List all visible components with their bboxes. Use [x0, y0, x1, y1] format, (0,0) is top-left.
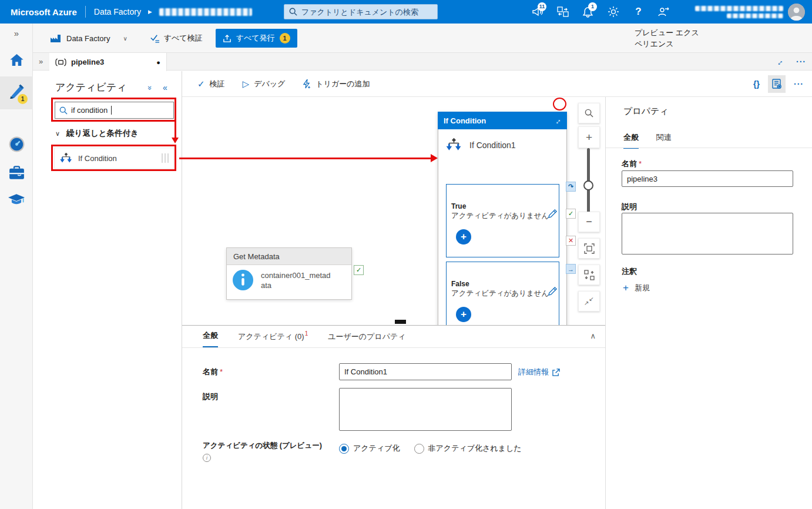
activities-search-input[interactable]: if condition: [55, 102, 174, 119]
tab-related[interactable]: 関連: [656, 132, 672, 149]
collapse-panel-icon[interactable]: ∧: [590, 331, 596, 340]
activity-state-radios: アクティブ化 非アクティブ化されました: [339, 443, 522, 454]
activity-name-input[interactable]: [339, 363, 512, 380]
open-activity-icon[interactable]: ↔: [552, 115, 563, 126]
panel-resize-handle[interactable]: [395, 320, 406, 324]
azure-brand[interactable]: Microsoft Azure: [11, 7, 77, 17]
success-connector-icon[interactable]: ✓: [566, 209, 576, 219]
add-activity-button[interactable]: +: [456, 229, 471, 245]
tab-user-properties[interactable]: ユーザーのプロパティ: [328, 331, 405, 347]
tab-error-badge: 1: [305, 330, 308, 337]
tab-activities[interactable]: アクティビティ (0)1: [238, 331, 308, 347]
nav-manage[interactable]: [0, 166, 33, 180]
fit-to-canvas-button[interactable]: [578, 238, 600, 259]
collapse-panel-icon[interactable]: «: [163, 83, 167, 92]
radio-activated[interactable]: アクティブ化: [339, 443, 400, 454]
settings-button[interactable]: [600, 0, 626, 24]
pipeline-description-textarea[interactable]: [622, 213, 793, 254]
activity-description-textarea[interactable]: [339, 388, 512, 431]
radio-deactivated-label: 非アクティブ化されました: [428, 443, 522, 454]
skipped-connector-icon[interactable]: ↷: [566, 182, 576, 192]
no-activities-text: アクティビティがありません: [451, 289, 550, 299]
question-icon: ?: [635, 6, 641, 18]
learn-more-label: 詳細情報: [518, 367, 549, 377]
add-trigger-button[interactable]: トリガーの追加: [303, 79, 370, 89]
tab-general[interactable]: 全般: [623, 132, 639, 149]
code-view-icon[interactable]: {}: [753, 79, 760, 89]
notifications-button[interactable]: 1: [575, 0, 600, 24]
pipeline-canvas[interactable]: Get Metadata container001_metadata ✓ If …: [182, 97, 605, 325]
add-activity-button[interactable]: +: [456, 307, 471, 322]
settings-notebook-icon[interactable]: [768, 75, 786, 93]
false-branch-container[interactable]: False アクティビティがありません +: [446, 262, 559, 325]
nav-home[interactable]: [0, 54, 33, 66]
gear-icon: [608, 6, 619, 18]
feedback-button[interactable]: [651, 0, 676, 24]
edit-pencil-icon[interactable]: [548, 209, 558, 219]
publish-all-label: すべて発行: [236, 33, 275, 43]
activity-name: If Condition1: [469, 140, 516, 150]
zoom-in-button[interactable]: +: [578, 126, 600, 148]
learn-more-link[interactable]: 詳細情報: [518, 367, 560, 377]
breadcrumb-factory-name-redacted[interactable]: [159, 8, 252, 16]
completion-connector-icon[interactable]: →: [566, 264, 576, 274]
tab-list-expander[interactable]: »: [39, 57, 43, 66]
canvas-search-button[interactable]: [578, 103, 600, 123]
announcements-button[interactable]: 11: [525, 0, 550, 24]
zoom-out-button[interactable]: −: [578, 212, 600, 232]
graduation-cap-icon: [8, 194, 25, 206]
description-label: 説明: [622, 202, 637, 212]
rail-expander[interactable]: »: [0, 28, 33, 38]
factory-selector-label[interactable]: Data Factory: [66, 34, 110, 43]
topbar-icon-group: 11 1 ?: [525, 0, 810, 24]
node-body: If Condition1 True アクティビティがありません + False…: [438, 129, 567, 325]
canvas-more-icon[interactable]: ···: [794, 79, 804, 89]
tab-pipeline3[interactable]: pipeline3 ●: [49, 53, 167, 71]
success-connector-icon[interactable]: ✓: [354, 265, 364, 275]
true-branch-container[interactable]: True アクティビティがありません +: [446, 184, 559, 257]
tab-more-icon[interactable]: ···: [796, 57, 806, 66]
chevron-down-icon[interactable]: ∨: [123, 35, 127, 42]
pipeline-name-input[interactable]: [622, 170, 793, 187]
validate-all-button[interactable]: すべて検証: [150, 33, 203, 43]
collapse-all-icon[interactable]: »: [146, 86, 155, 90]
debug-button[interactable]: ▷ デバッグ: [243, 79, 286, 89]
tab-general[interactable]: 全般: [203, 330, 218, 347]
directory-switch-button[interactable]: [550, 0, 575, 24]
publish-all-button[interactable]: すべて発行 1: [216, 29, 297, 48]
true-label: True: [451, 202, 559, 210]
radio-deactivated[interactable]: 非アクティブ化されました: [414, 443, 522, 454]
section-iteration-conditionals[interactable]: ∨ 繰り返しと条件付き: [55, 128, 139, 139]
drag-handle-icon[interactable]: [162, 153, 169, 163]
node-get-metadata[interactable]: Get Metadata container001_metadata: [226, 247, 352, 300]
account-tenant-redacted: [727, 14, 783, 18]
account-info[interactable]: [685, 6, 783, 18]
help-button[interactable]: ?: [626, 0, 651, 24]
editor-tab-row: » pipeline3 ● ↔ ···: [33, 53, 812, 71]
collapse-all-nodes-button[interactable]: ↙ ↗: [578, 291, 600, 312]
expand-editor-icon[interactable]: ↔: [773, 55, 785, 68]
avatar[interactable]: [788, 4, 805, 21]
search-icon: [59, 106, 68, 115]
nav-learning[interactable]: [0, 194, 33, 206]
validate-button[interactable]: ✓ 検証: [197, 79, 225, 89]
edit-pencil-icon[interactable]: [548, 286, 558, 296]
failure-connector-icon[interactable]: ✕: [566, 236, 576, 246]
breadcrumb-product[interactable]: Data Factory: [94, 7, 141, 16]
node-if-condition[interactable]: If Condition ↔ If Condition1 True アクティビテ…: [438, 112, 567, 325]
radio-activated-label: アクティブ化: [353, 443, 400, 454]
zoom-slider-handle[interactable]: [583, 180, 593, 190]
global-search[interactable]: [284, 4, 438, 19]
auto-align-button[interactable]: [578, 264, 600, 285]
nav-monitor[interactable]: [0, 136, 33, 152]
required-mark: *: [639, 159, 642, 168]
activity-state-label: アクティビティの状態 (プレビュー): [203, 441, 322, 451]
new-annotation-button[interactable]: + 新規: [623, 282, 650, 294]
publish-icon: [223, 34, 231, 43]
activity-item-if-condition[interactable]: If Condition: [54, 148, 174, 169]
check-icon: ✓: [197, 79, 205, 89]
nav-author[interactable]: [0, 83, 33, 99]
toolbox-icon: [9, 166, 25, 180]
activity-item-label: If Condition: [78, 154, 156, 163]
global-search-input[interactable]: [301, 8, 432, 16]
